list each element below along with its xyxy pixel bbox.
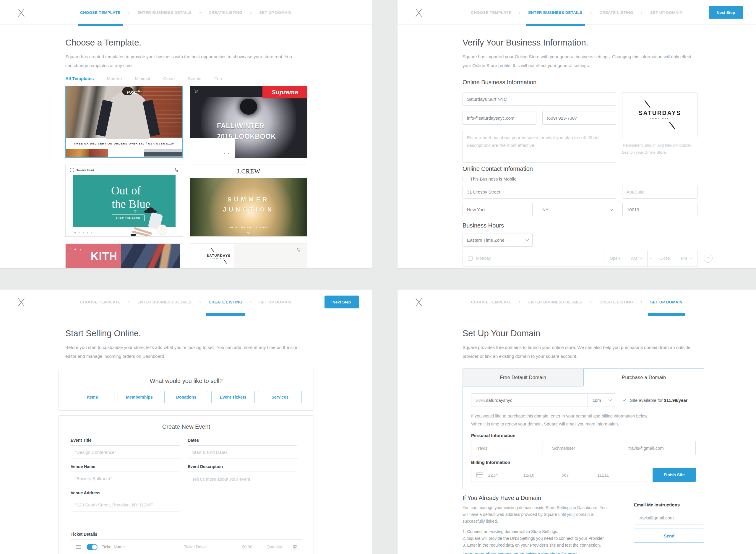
add-hours-icon[interactable]: + (704, 254, 712, 263)
panel-create-listing: CHOOSE TEMPLATE ENTER BUSINESS DETAILS C… (0, 289, 372, 554)
open-meridiem-select[interactable]: AM (625, 250, 648, 267)
mobile-business-checkbox[interactable] (463, 177, 467, 181)
tab-purchase-a-domain[interactable]: Purchase a Domain (583, 369, 704, 386)
mobile-business-label: This Business is Mobile (470, 176, 517, 181)
step-set-up-domain[interactable]: SET UP DOMAIN (259, 289, 292, 314)
business-name-input[interactable] (463, 92, 616, 106)
venue-name-label: Venue Name (71, 464, 180, 469)
venue-name-input[interactable] (71, 472, 180, 485)
instructions-email-input[interactable] (634, 511, 704, 524)
template-card-pco[interactable]: P&Cº FREE UK DELIVERY ON ORDERS OVER £50… (65, 86, 183, 158)
monday-checkbox[interactable] (468, 256, 473, 261)
filter-fun[interactable]: Fun (214, 76, 222, 81)
close-meridiem-select[interactable]: PM (675, 250, 698, 267)
pco-hero-photo: P&Cº (66, 86, 182, 138)
template-card-supreme[interactable]: Supreme FALL/WINTER 2015 LOOKBOOK (190, 86, 307, 158)
send-button[interactable]: Send (634, 529, 704, 543)
filter-clean[interactable]: Clean (163, 76, 175, 81)
social-icons: f ◉ y (70, 248, 83, 251)
state-select[interactable]: NY (538, 203, 617, 216)
step-set-up-domain[interactable]: SET UP DOMAIN (650, 0, 683, 25)
next-step-button[interactable]: Next Step (325, 295, 359, 308)
drag-handle-icon[interactable] (76, 545, 81, 546)
panel-choose-template: CHOOSE TEMPLATE ENTER BUSINESS DETAILS C… (0, 0, 372, 268)
domain-input[interactable]: www.saturdaysnyc (471, 393, 588, 407)
filter-modern[interactable]: Modern (107, 76, 122, 81)
timezone-select[interactable]: Eastern Time Zone (463, 233, 533, 247)
store-header: Beacon's Closet (66, 165, 183, 175)
panel-setup-domain: CHOOSE TEMPLATE ENTER BUSINESS DETAILS C… (397, 289, 756, 554)
credit-card-icon (476, 473, 483, 478)
template-card-saturdays[interactable]: SATURDAYS SURF NYC (190, 243, 307, 268)
personal-email-input[interactable] (624, 441, 696, 455)
filter-simple[interactable]: Simple (188, 76, 201, 81)
sell-donations-button[interactable]: Donations (164, 391, 208, 403)
business-bio-textarea[interactable] (463, 130, 616, 163)
step-set-up-domain[interactable]: SET UP DOMAIN (650, 289, 683, 314)
ticket-price-field[interactable]: $0.00 (242, 545, 253, 549)
dates-label: Dates (188, 438, 297, 443)
carousel-dots (74, 232, 92, 233)
kith-banner: f ◉ y KITH (66, 244, 121, 268)
zip-input[interactable] (623, 203, 698, 216)
first-name-input[interactable] (471, 441, 543, 455)
step-enter-business-details[interactable]: ENTER BUSINESS DETAILS (528, 289, 582, 314)
event-title-input[interactable] (71, 445, 180, 459)
finish-site-button[interactable]: Finish Site (653, 468, 696, 482)
close-time-input[interactable]: Close (654, 250, 675, 267)
chevron-right-icon (128, 299, 130, 304)
credit-card-field[interactable]: 1234 12/16 567 11211 (471, 468, 647, 482)
business-email-input[interactable] (463, 111, 536, 125)
cart-icon (174, 168, 178, 172)
step-choose-template[interactable]: CHOOSE TEMPLATE (80, 289, 121, 314)
pco-delivery-banner: FREE UK DELIVERY ON ORDERS OVER £50 / US… (66, 138, 182, 149)
step-enter-business-details[interactable]: ENTER BUSINESS DETAILS (138, 289, 192, 314)
billing-information-heading: Billing Information (471, 460, 696, 465)
step-create-listing[interactable]: CREATE LISTING (209, 0, 242, 25)
sell-memberships-button[interactable]: Memberships (118, 391, 161, 403)
tab-free-default-domain[interactable]: Free Default Domain (463, 369, 583, 386)
sell-services-button[interactable]: Services (258, 391, 302, 403)
step-choose-template[interactable]: CHOOSE TEMPLATE (80, 0, 121, 25)
ticket-detail-field[interactable]: Ticket Detail (184, 545, 207, 549)
ticket-name-field[interactable]: Ticket Name (102, 545, 125, 549)
ticket-quantity-field[interactable]: Quantity (267, 545, 282, 549)
wizard-header: CHOOSE TEMPLATE ENTER BUSINESS DETAILS C… (0, 289, 372, 314)
filter-minimal[interactable]: Minimal (135, 76, 150, 81)
template-card-kith[interactable]: f ◉ y KITH (65, 243, 183, 268)
apt-suite-input[interactable] (622, 185, 698, 199)
next-step-button[interactable]: Next Step (709, 6, 743, 19)
business-phone-input[interactable] (542, 111, 616, 125)
open-time-input[interactable]: Open (604, 250, 626, 267)
business-logo-upload[interactable]: SATURDAYS SURF NYC (622, 92, 698, 137)
last-name-input[interactable] (548, 441, 619, 455)
wizard-stepper: CHOOSE TEMPLATE ENTER BUSINESS DETAILS C… (397, 0, 756, 25)
dates-input[interactable] (188, 445, 297, 459)
step-enter-business-details[interactable]: ENTER BUSINESS DETAILS (528, 0, 582, 25)
sell-event-tickets-button[interactable]: Event Tickets (211, 391, 255, 403)
purchase-domain-panel: www.saturdaysnyc .com Site available for… (463, 386, 704, 489)
street-address-input[interactable] (463, 185, 616, 199)
ticket-enabled-toggle[interactable] (87, 544, 98, 550)
step-enter-business-details[interactable]: ENTER BUSINESS DETAILS (138, 0, 192, 25)
step-set-up-domain[interactable]: SET UP DOMAIN (259, 0, 292, 25)
trash-icon[interactable] (292, 544, 297, 550)
sell-options: Items Memberships Donations Event Ticket… (71, 391, 302, 403)
template-card-out-of-the-blue[interactable]: Beacon's Closet Out of the Blue ▽ SHOP T… (65, 165, 183, 237)
step-choose-template[interactable]: CHOOSE TEMPLATE (471, 289, 511, 314)
step-create-listing[interactable]: CREATE LISTING (599, 289, 633, 314)
template-card-jcrew[interactable]: J.CREW SUMMER JUNCTION SHOP THE COLLECTI… (190, 165, 307, 237)
tld-select[interactable]: .com (588, 393, 615, 407)
existing-domain-section: If You Already Have a Domain You can man… (463, 495, 704, 554)
event-description-textarea[interactable] (188, 472, 297, 525)
ticket-details-label: Ticket Details (71, 532, 302, 537)
city-input[interactable] (463, 203, 533, 216)
page-title: Choose a Template. (65, 38, 372, 48)
sell-items-button[interactable]: Items (71, 391, 114, 403)
chevron-right-icon (519, 299, 521, 304)
step-create-listing[interactable]: CREATE LISTING (599, 0, 633, 25)
step-create-listing[interactable]: CREATE LISTING (209, 289, 242, 314)
venue-address-input[interactable] (71, 498, 180, 511)
step-choose-template[interactable]: CHOOSE TEMPLATE (471, 0, 511, 25)
filter-all-templates[interactable]: All Templates (65, 76, 94, 81)
